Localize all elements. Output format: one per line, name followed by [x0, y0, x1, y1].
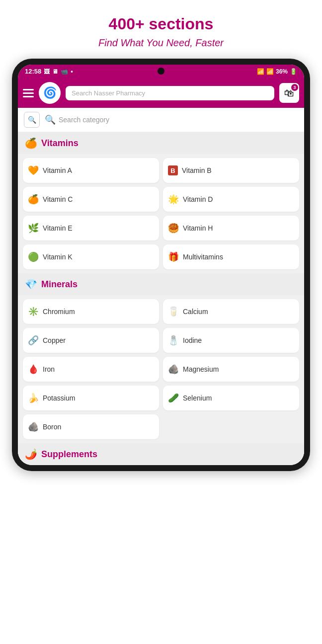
vitamin-a-emoji: 🧡 — [28, 165, 39, 176]
search-magnifier-icon: 🔍 — [45, 114, 56, 125]
vitamin-d-emoji: 🌟 — [168, 194, 179, 205]
phone-device: 12:58 🖼 🖥 📹 • 📶 📶 36% 🔋 🌀 — [12, 59, 310, 471]
phone-screen: 12:58 🖼 🖥 📹 • 📶 📶 36% 🔋 🌀 — [18, 65, 304, 465]
status-left: 12:58 🖼 🖥 📹 • — [25, 68, 73, 75]
app-logo: 🌀 — [39, 82, 61, 104]
dot-indicator: • — [71, 68, 73, 75]
vitamin-d-label: Vitamin D — [183, 195, 213, 203]
minerals-emoji: 💎 — [25, 278, 37, 290]
filter-icon-box[interactable]: 🔍 — [24, 112, 40, 128]
vitamins-emoji: 🍊 — [25, 137, 37, 149]
iodine-item[interactable]: 🧂 Iodine — [163, 328, 299, 353]
vitamin-a-label: Vitamin A — [43, 166, 72, 174]
status-right: 📶 📶 36% 🔋 — [257, 68, 297, 75]
promo-title: 400+ sections — [10, 15, 312, 33]
multivitamins-label: Multivitamins — [183, 253, 223, 261]
main-search-box[interactable]: Search Nasser Pharmacy — [66, 86, 274, 100]
vitamin-b-label: Vitamin B — [182, 166, 212, 174]
filter-icon: 🔍 — [28, 116, 36, 124]
promo-subtitle: Find What You Need, Faster — [10, 37, 312, 49]
vitamin-b-emoji: B — [168, 165, 178, 175]
cart-button[interactable]: 🛍 3 — [279, 83, 299, 103]
vitamins-grid: 🧡 Vitamin A B Vitamin B 🍊 Vitamin C 🌟 Vi… — [18, 154, 304, 273]
vitamins-title: Vitamins — [41, 138, 79, 149]
copper-item[interactable]: 🔗 Copper — [23, 328, 159, 353]
iron-label: Iron — [43, 365, 55, 373]
monitor-icon: 🖥 — [52, 68, 58, 75]
iron-emoji: 🩸 — [28, 364, 39, 375]
potassium-item[interactable]: 🍌 Potassium — [23, 386, 159, 410]
battery-text: 36% — [276, 68, 288, 75]
vitamin-h-label: Vitamin H — [183, 224, 213, 232]
boron-emoji: 🪨 — [28, 421, 39, 432]
chromium-label: Chromium — [43, 308, 75, 316]
top-nav-bar: 🌀 Search Nasser Pharmacy 🛍 3 — [18, 78, 304, 108]
chromium-emoji: ✳️ — [28, 306, 39, 317]
iron-item[interactable]: 🩸 Iron — [23, 357, 159, 382]
vitamin-h-emoji: 🥮 — [168, 223, 179, 234]
hamburger-menu[interactable] — [23, 89, 34, 97]
iodine-label: Iodine — [183, 336, 202, 344]
category-search-input[interactable]: 🔍 Search category — [45, 114, 109, 125]
signal-icon: 📶 — [266, 68, 274, 75]
vitamin-k-item[interactable]: 🟢 Vitamin K — [23, 244, 159, 269]
vitamin-e-label: Vitamin E — [43, 224, 73, 232]
camera-notch — [158, 68, 164, 75]
magnesium-label: Magnesium — [183, 365, 219, 373]
supplements-emoji: 🌶️ — [25, 448, 37, 460]
content-area: 🍊 Vitamins 🧡 Vitamin A B Vitamin B 🍊 Vit… — [18, 132, 304, 465]
vitamin-c-item[interactable]: 🍊 Vitamin C — [23, 187, 159, 212]
vitamins-section-header: 🍊 Vitamins — [18, 132, 304, 154]
minerals-title: Minerals — [41, 279, 78, 290]
battery-icon: 🔋 — [290, 68, 297, 75]
chromium-item[interactable]: ✳️ Chromium — [23, 299, 159, 324]
calcium-label: Calcium — [183, 308, 208, 316]
vitamin-e-item[interactable]: 🌿 Vitamin E — [23, 216, 159, 241]
category-search-placeholder: Search category — [59, 116, 109, 124]
magnesium-item[interactable]: 🪨 Magnesium — [163, 357, 299, 382]
selenium-item[interactable]: 🥒 Selenium — [163, 386, 299, 410]
minerals-section-header: 💎 Minerals — [18, 273, 304, 295]
video-icon: 📹 — [61, 68, 68, 75]
photo-icon: 🖼 — [44, 68, 50, 75]
promo-section: 400+ sections Find What You Need, Faster — [0, 0, 322, 59]
selenium-label: Selenium — [183, 394, 212, 402]
potassium-emoji: 🍌 — [28, 393, 39, 403]
vitamin-e-emoji: 🌿 — [28, 223, 39, 234]
vitamin-c-emoji: 🍊 — [28, 194, 39, 205]
vitamin-d-item[interactable]: 🌟 Vitamin D — [163, 187, 299, 212]
minerals-grid: ✳️ Chromium 🥛 Calcium 🔗 Copper 🧂 Iodine … — [18, 295, 304, 443]
copper-label: Copper — [43, 336, 66, 344]
vitamin-k-label: Vitamin K — [43, 253, 73, 261]
multivitamins-item[interactable]: 🎁 Multivitamins — [163, 244, 299, 269]
cart-badge: 3 — [291, 84, 298, 91]
search-placeholder: Search Nasser Pharmacy — [72, 89, 145, 97]
potassium-label: Potassium — [43, 394, 75, 402]
selenium-emoji: 🥒 — [168, 393, 179, 403]
vitamin-c-label: Vitamin C — [43, 195, 73, 203]
boron-item[interactable]: 🪨 Boron — [23, 414, 159, 439]
calcium-emoji: 🥛 — [168, 306, 179, 317]
category-search-bar: 🔍 🔍 Search category — [18, 108, 304, 132]
magnesium-emoji: 🪨 — [168, 364, 179, 375]
vitamin-a-item[interactable]: 🧡 Vitamin A — [23, 158, 159, 183]
copper-emoji: 🔗 — [28, 335, 39, 346]
status-bar: 12:58 🖼 🖥 📹 • 📶 📶 36% 🔋 — [18, 65, 304, 78]
iodine-emoji: 🧂 — [168, 335, 179, 346]
vitamin-b-item[interactable]: B Vitamin B — [163, 158, 299, 183]
calcium-item[interactable]: 🥛 Calcium — [163, 299, 299, 324]
supplements-section-header: 🌶️ Supplements — [18, 443, 304, 465]
supplements-title: Supplements — [41, 449, 97, 460]
vitamin-h-item[interactable]: 🥮 Vitamin H — [163, 216, 299, 241]
wifi-icon: 📶 — [257, 68, 264, 75]
status-time: 12:58 — [25, 68, 41, 75]
vitamin-k-emoji: 🟢 — [28, 251, 39, 262]
boron-label: Boron — [43, 423, 61, 431]
multivitamins-emoji: 🎁 — [168, 251, 179, 262]
